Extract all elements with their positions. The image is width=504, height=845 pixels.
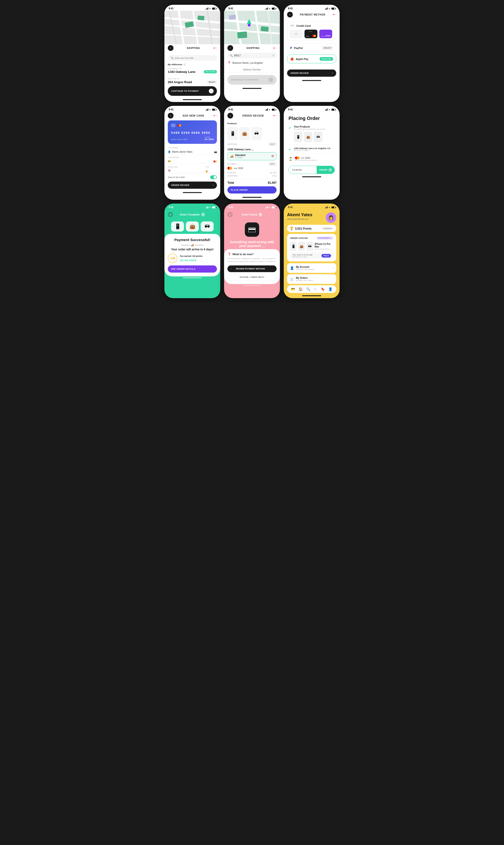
info-icon: i — [183, 63, 186, 66]
see-order-button[interactable]: SEE ORDER DETAILS › — [168, 265, 217, 273]
shipping-total-label: SHIPPING — [228, 175, 238, 177]
cardholder-input[interactable] — [172, 151, 213, 153]
time-5: 9:41 — [228, 108, 233, 111]
nav-search-icon[interactable]: 🔍 — [306, 287, 310, 291]
place-order-button[interactable]: PLACE ORDER › — [228, 186, 276, 193]
wifi-icon-7: ▲ — [209, 206, 211, 208]
select-badge-2[interactable]: SELECT — [207, 81, 217, 84]
selected-badge-1[interactable]: SELECTED — [204, 70, 217, 73]
clear-icon[interactable]: ✕ — [272, 54, 274, 57]
add-card-button[interactable]: + — [290, 30, 303, 38]
placing-title: Placing Order — [284, 112, 340, 123]
search-bar-1[interactable]: 🔍 — [168, 55, 217, 61]
header-dots-4 — [213, 115, 217, 116]
review-payment-button[interactable]: ‹ REVIEW PAYMENT METHOD — [228, 265, 276, 272]
order-review-button-4[interactable]: ORDER REVIEW › — [168, 182, 217, 189]
card-black[interactable]: .... 1401 Black — [305, 30, 318, 38]
signal-icon-2 — [265, 7, 268, 10]
nav-bookmark-icon[interactable]: 🔖 — [321, 287, 325, 291]
address-number-input[interactable] — [228, 67, 276, 73]
address-name-1: 1183 Oakway Lane — [168, 70, 195, 73]
mc-small-logo — [228, 167, 232, 170]
shipping-calendar-icon: 📅 — [271, 155, 274, 158]
signal-icon-9 — [325, 206, 328, 208]
cardholder-label: Card Holder — [168, 147, 217, 149]
back-button-5[interactable]: ‹ — [228, 113, 233, 119]
dot-gray-2 — [276, 48, 276, 49]
payment-edit-button[interactable]: EDIT — [268, 162, 276, 166]
back-button-4[interactable]: ‹ — [168, 113, 174, 119]
order-product-phone: 📱 — [290, 242, 296, 251]
dot-red-4 — [213, 115, 215, 116]
paypal-select-button[interactable]: SELECT — [322, 46, 333, 50]
search-icon-2: 🔍 — [230, 54, 233, 57]
back-button-1[interactable]: ‹ — [168, 45, 174, 51]
search-input-1[interactable] — [175, 57, 214, 59]
nav-home-icon[interactable]: 🏠 — [299, 287, 303, 291]
shipping-edit-button[interactable]: EDIT — [268, 142, 276, 146]
apple-pay-selected-badge: SELECTED — [320, 57, 333, 61]
back-button-3[interactable]: ‹ — [287, 12, 293, 17]
orders-label: My Orders — [296, 277, 313, 279]
cancel-label[interactable]: CANCEL — [289, 167, 306, 173]
close-button-7[interactable]: ✕ — [168, 212, 173, 217]
order-products-row: 📱 👜 🕶 — [228, 127, 276, 140]
profile-email: akemiyates@mail.com — [287, 218, 312, 220]
nav-profile-icon[interactable]: 👤 — [328, 287, 332, 291]
close-button-8[interactable]: ✕ — [228, 212, 233, 217]
product-thumb-phone: 📱 — [228, 127, 238, 140]
cvv-input[interactable] — [210, 170, 220, 172]
header-dots-5 — [273, 115, 276, 116]
card-holder-display: Akemi Janne Yates — [171, 138, 187, 140]
points-number: 3,021 Points — [295, 227, 312, 230]
save-toggle[interactable] — [210, 175, 217, 179]
apple-pay-row[interactable]: 🍎 Apple Pay SELECTED — [287, 54, 336, 63]
order-label-button[interactable]: ORDER ✕ — [317, 166, 335, 174]
phone-order-complete: 9:41 ▲ ✕ Order Complete ✔ 📱 👜 🕶 Payment — [164, 204, 220, 298]
shipping-option-standard[interactable]: 🚚 Standard 4-5 Days 📅 — [228, 152, 276, 160]
shipping-type: Standard — [235, 154, 245, 156]
nav-card-icon[interactable]: 💳 — [291, 287, 295, 291]
search-bar-2[interactable]: 🔍 ✕ — [228, 53, 276, 58]
my-account-menu-item[interactable]: 👤 My Account Edit your informations › — [287, 263, 336, 273]
payment-header-row: PAYMENT EDIT — [228, 162, 276, 166]
paypal-row[interactable]: P PayPal SELECT — [287, 43, 336, 53]
cc-header: Credit Card — [290, 24, 334, 28]
apple-pay-label: Apple Pay — [296, 57, 308, 61]
tracking-row: Your order is on its way! Will arrive in… — [290, 252, 334, 259]
battery-icon-7 — [212, 206, 216, 208]
points-info-badge: 3,021 Points — [295, 226, 312, 230]
continue-button-1[interactable]: CONTINUE TO PAYMENT › — [168, 86, 217, 96]
dot-red-2 — [273, 48, 275, 49]
dot-gray-3 — [335, 14, 336, 15]
mc-field-logo — [214, 160, 217, 162]
radio-credit-card[interactable] — [330, 24, 334, 28]
track-button[interactable]: TRACK — [321, 254, 331, 258]
status-icons-1: ▲ — [206, 7, 216, 10]
back-button-2[interactable]: ‹ — [228, 45, 233, 51]
order-review-button[interactable]: ORDER REVIEW › — [287, 70, 336, 77]
need-help-button[interactable]: PLEASE...I NEED HELP! — [228, 274, 276, 281]
dot-gray-5 — [276, 115, 276, 116]
shipping-total-row: SHIPPING Free — [228, 175, 276, 177]
cvv-input-row: 🔒 ℹ — [205, 169, 220, 173]
header-dots-3 — [332, 14, 336, 15]
placing-products-label: Your Products — [294, 125, 325, 128]
status-bar-9: 9:41 ▲ — [284, 204, 340, 209]
time-7: 9:41 — [169, 206, 174, 209]
battery-icon-2 — [272, 7, 276, 10]
rewards-button[interactable]: REWARDS — [321, 227, 334, 230]
expiry-input[interactable] — [172, 170, 202, 172]
card-visa-travel[interactable]: .... Travel VISA — [319, 30, 332, 38]
account-label: My Account — [296, 266, 314, 268]
in-progress-badge: IN PROGRESS ● — [316, 236, 334, 240]
zip-input[interactable] — [234, 54, 271, 57]
rewards-link[interactable]: See your rewards — [180, 259, 197, 261]
cardnumber-input[interactable] — [172, 160, 212, 163]
signal-icon-7 — [206, 206, 208, 208]
order-card: ORDER #CF5Y8H IN PROGRESS ● 📱 👜 🕶 iPhone… — [287, 234, 336, 261]
home-bar-7 — [183, 277, 202, 278]
placing-payment-info: •••• 3990 We're checking your payment... — [295, 156, 318, 161]
my-orders-menu-item[interactable]: 🛒 My Orders Manage your orders › — [287, 274, 336, 284]
nav-bag-icon[interactable]: 🛍 — [314, 287, 317, 291]
